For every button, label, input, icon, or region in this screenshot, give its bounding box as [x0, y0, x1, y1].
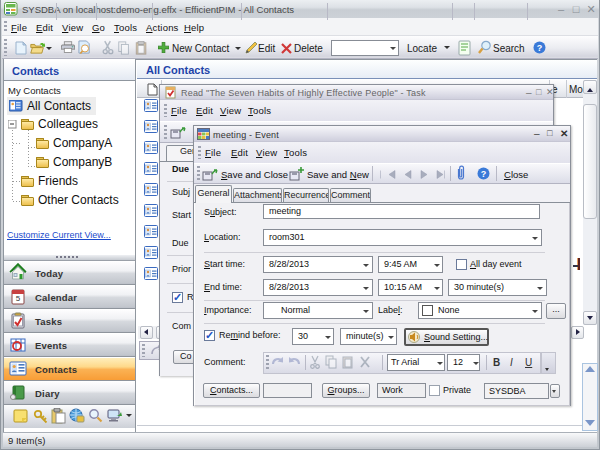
svg-text:5: 5: [16, 294, 21, 303]
svg-text:?: ?: [537, 43, 543, 53]
svg-text:?: ?: [481, 169, 487, 179]
